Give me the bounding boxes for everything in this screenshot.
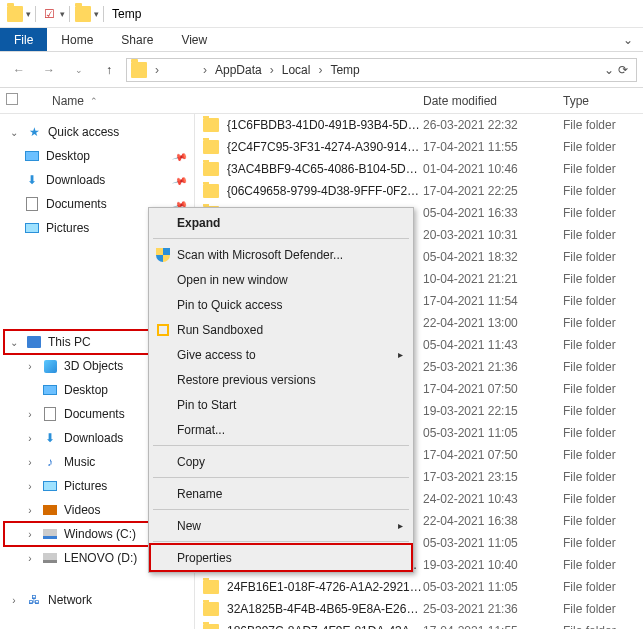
drive-icon <box>42 526 58 542</box>
file-row[interactable]: {2C4F7C95-3F31-4274-A390-9148448A...17-0… <box>195 136 643 158</box>
file-type: File folder <box>563 492 643 506</box>
file-name: 24FB16E1-018F-4726-A1A2-29217664E... <box>227 580 423 594</box>
ctx-pin-to-start[interactable]: Pin to Start <box>151 392 411 417</box>
expand-icon[interactable]: › <box>24 409 36 420</box>
pictures-icon <box>42 478 58 494</box>
ctx-rename[interactable]: Rename <box>151 481 411 506</box>
file-row[interactable]: 32A1825B-4F4B-4B65-9E8A-E2602FCD...25-03… <box>195 598 643 620</box>
cube-icon <box>42 358 58 374</box>
expand-icon[interactable]: › <box>24 433 36 444</box>
qa-dropdown-3-icon[interactable]: ▾ <box>94 9 99 19</box>
file-date: 17-03-2021 23:15 <box>423 470 563 484</box>
file-date: 17-04-2021 11:55 <box>423 624 563 629</box>
file-row[interactable]: 186B397C-8AD7-4F9E-81DA-43ADF4D...17-04-… <box>195 620 643 629</box>
ctx-scan-defender[interactable]: Scan with Microsoft Defender... <box>151 242 411 267</box>
expand-icon[interactable]: › <box>24 505 36 516</box>
submenu-arrow-icon: ▸ <box>398 349 403 360</box>
column-date[interactable]: Date modified <box>423 94 563 108</box>
file-type: File folder <box>563 206 643 220</box>
download-icon: ⬇ <box>42 430 58 446</box>
title-bar: ▾ ☑ ▾ ▾ Temp <box>0 0 643 28</box>
file-date: 19-03-2021 10:40 <box>423 558 563 572</box>
collapse-icon[interactable]: ⌄ <box>8 127 20 138</box>
file-row[interactable]: 24FB16E1-018F-4726-A1A2-29217664E...05-0… <box>195 576 643 598</box>
window-title: Temp <box>112 7 141 21</box>
refresh-icon[interactable]: ⟳ <box>618 63 628 77</box>
desktop-icon <box>24 148 40 164</box>
breadcrumb[interactable]: › › AppData › Local › Temp ⌄ ⟳ <box>126 58 637 82</box>
tab-home[interactable]: Home <box>47 28 107 51</box>
breadcrumb-dropdown-icon[interactable]: ⌄ <box>604 63 614 77</box>
ctx-give-access-to[interactable]: Give access to▸ <box>151 342 411 367</box>
desktop-icon <box>42 382 58 398</box>
crumb-temp[interactable]: Temp <box>326 63 363 77</box>
file-date: 24-02-2021 10:43 <box>423 492 563 506</box>
expand-icon[interactable]: › <box>24 553 36 564</box>
file-row[interactable]: {3AC4BBF9-4C65-4086-B104-5DF3482...01-04… <box>195 158 643 180</box>
expand-icon[interactable]: › <box>24 529 36 540</box>
file-row[interactable]: {06C49658-9799-4D38-9FFF-0F2DFC0B...17-0… <box>195 180 643 202</box>
column-headers[interactable]: Name ⌃ Date modified Type <box>0 88 643 114</box>
file-type: File folder <box>563 228 643 242</box>
ctx-format[interactable]: Format... <box>151 417 411 442</box>
crumb-local[interactable]: Local <box>278 63 315 77</box>
file-type: File folder <box>563 382 643 396</box>
file-date: 17-04-2021 11:54 <box>423 294 563 308</box>
ctx-pin-quick-access[interactable]: Pin to Quick access <box>151 292 411 317</box>
column-name[interactable]: Name ⌃ <box>30 94 423 108</box>
nav-quick-access[interactable]: ⌄ ★ Quick access <box>4 120 190 144</box>
ribbon-tabs: File Home Share View ⌄ <box>0 28 643 52</box>
crumb-appdata[interactable]: AppData <box>211 63 266 77</box>
file-type: File folder <box>563 162 643 176</box>
ctx-restore-versions[interactable]: Restore previous versions <box>151 367 411 392</box>
expand-icon[interactable]: › <box>24 361 36 372</box>
file-date: 17-04-2021 07:50 <box>423 448 563 462</box>
file-date: 20-03-2021 10:31 <box>423 228 563 242</box>
pc-icon <box>26 334 42 350</box>
nav-desktop[interactable]: Desktop 📌 <box>4 144 190 168</box>
tab-file[interactable]: File <box>0 28 47 51</box>
ctx-properties[interactable]: Properties <box>151 545 411 570</box>
file-row[interactable]: {1C6FBDB3-41D0-491B-93B4-5D40D15...26-03… <box>195 114 643 136</box>
expand-icon[interactable]: › <box>8 595 20 606</box>
nav-back-button[interactable]: ← <box>6 57 32 83</box>
file-date: 05-04-2021 18:32 <box>423 250 563 264</box>
select-all-checkbox[interactable] <box>0 93 30 108</box>
file-type: File folder <box>563 580 643 594</box>
ctx-copy[interactable]: Copy <box>151 449 411 474</box>
ctx-new[interactable]: New▸ <box>151 513 411 538</box>
nav-up-button[interactable]: ↑ <box>96 57 122 83</box>
file-date: 01-04-2021 10:46 <box>423 162 563 176</box>
pictures-icon <box>24 220 40 236</box>
file-type: File folder <box>563 624 643 629</box>
qa-dropdown-icon[interactable]: ▾ <box>26 9 31 19</box>
file-date: 25-03-2021 21:36 <box>423 360 563 374</box>
file-name: {3AC4BBF9-4C65-4086-B104-5DF3482... <box>227 162 423 176</box>
tab-share[interactable]: Share <box>107 28 167 51</box>
nav-network[interactable]: › 🖧 Network <box>4 588 190 612</box>
nav-downloads[interactable]: ⬇ Downloads 📌 <box>4 168 190 192</box>
qa-dropdown-2-icon[interactable]: ▾ <box>60 9 65 19</box>
pin-icon: 📌 <box>172 172 188 188</box>
column-type[interactable]: Type <box>563 94 643 108</box>
file-type: File folder <box>563 536 643 550</box>
folder-icon <box>203 140 219 154</box>
tab-view[interactable]: View <box>167 28 221 51</box>
sandbox-icon <box>155 322 171 338</box>
file-name: 186B397C-8AD7-4F9E-81DA-43ADF4D... <box>227 624 423 629</box>
collapse-icon[interactable]: ⌄ <box>8 337 20 348</box>
properties-icon[interactable]: ☑ <box>40 5 58 23</box>
file-date: 10-04-2021 21:21 <box>423 272 563 286</box>
tab-folder-icon <box>74 5 92 23</box>
ribbon-expand-icon[interactable]: ⌄ <box>613 28 643 51</box>
file-date: 17-04-2021 22:25 <box>423 184 563 198</box>
ctx-open-new-window[interactable]: Open in new window <box>151 267 411 292</box>
file-date: 25-03-2021 21:36 <box>423 602 563 616</box>
ctx-expand[interactable]: Expand <box>151 210 411 235</box>
expand-icon[interactable]: › <box>24 457 36 468</box>
file-type: File folder <box>563 272 643 286</box>
file-type: File folder <box>563 404 643 418</box>
nav-recent-button[interactable]: ⌄ <box>66 57 92 83</box>
expand-icon[interactable]: › <box>24 481 36 492</box>
ctx-run-sandboxed[interactable]: Run Sandboxed <box>151 317 411 342</box>
